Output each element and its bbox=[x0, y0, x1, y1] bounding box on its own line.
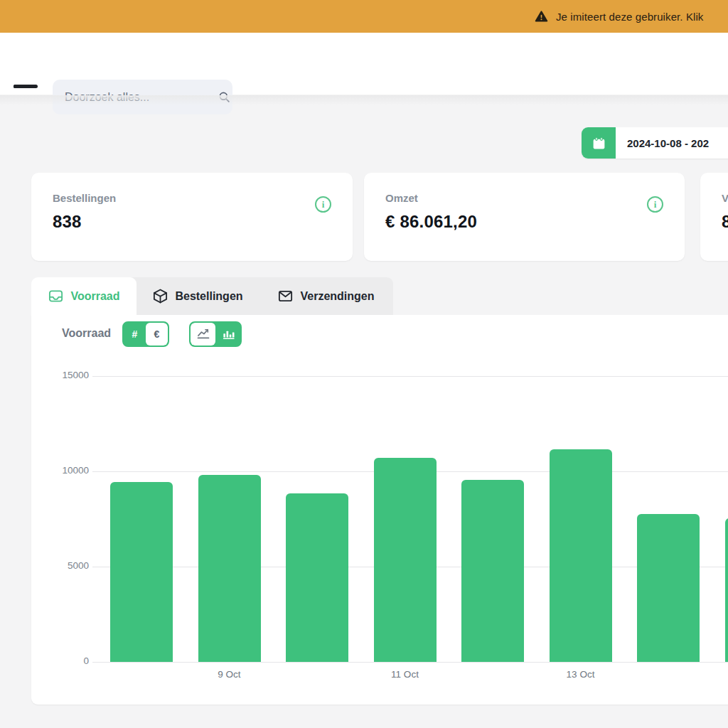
tab-bestellingen[interactable]: Bestellingen bbox=[136, 277, 259, 315]
stat-card-verzendingen: Ve 8 bbox=[700, 173, 728, 261]
chart-bar-12-oct[interactable] bbox=[461, 480, 524, 662]
voorraad-chart-card: Voorraad # € 0500010000150009 O bbox=[31, 315, 728, 705]
stat-card-omzet: Omzet € 86.061,20 i bbox=[364, 173, 685, 261]
x-axis-tick-label: 13 Oct bbox=[549, 669, 613, 680]
banner-text: Je imiteert deze gebruiker. Klik bbox=[556, 11, 703, 23]
banner-content: Je imiteert deze gebruiker. Klik bbox=[535, 0, 703, 33]
impersonation-banner[interactable]: Je imiteert deze gebruiker. Klik bbox=[0, 0, 728, 33]
chart-tabs: Voorraad Bestellingen Verzendingen bbox=[31, 277, 393, 315]
y-axis-tick-label: 10000 bbox=[31, 465, 89, 476]
y-axis-tick-label: 5000 bbox=[31, 560, 89, 571]
tab-label: Voorraad bbox=[70, 290, 119, 303]
tab-label: Verzendingen bbox=[300, 290, 374, 303]
chart-bar-10-oct[interactable] bbox=[286, 493, 348, 662]
envelope-icon bbox=[277, 288, 294, 304]
bar-chart-plot[interactable]: 0500010000150009 Oct11 Oct13 Oct bbox=[31, 315, 728, 705]
inbox-icon bbox=[48, 288, 64, 304]
warning-triangle-icon bbox=[535, 10, 548, 23]
stat-label: Ve bbox=[722, 192, 728, 204]
info-icon[interactable]: i bbox=[315, 196, 331, 213]
tab-label: Bestellingen bbox=[175, 290, 242, 303]
stat-value: 838 bbox=[53, 212, 82, 232]
y-axis-tick-label: 0 bbox=[31, 655, 89, 666]
calendar-icon bbox=[582, 127, 616, 159]
info-icon[interactable]: i bbox=[647, 196, 663, 213]
x-axis-tick-label: 9 Oct bbox=[198, 669, 262, 680]
stat-value: € 86.061,20 bbox=[385, 212, 477, 232]
chart-gridline bbox=[92, 376, 728, 377]
chart-bar-8-oct[interactable] bbox=[110, 482, 173, 662]
stat-value: 8 bbox=[722, 212, 728, 232]
package-icon bbox=[152, 288, 168, 304]
tab-voorraad[interactable]: Voorraad bbox=[31, 277, 136, 315]
date-range-value: 2024-10-08 - 202 bbox=[616, 137, 709, 149]
top-header bbox=[0, 33, 728, 95]
chart-bar-13-oct[interactable] bbox=[550, 449, 612, 662]
date-range-picker[interactable]: 2024-10-08 - 202 bbox=[582, 127, 728, 159]
chart-bar-9-oct[interactable] bbox=[198, 475, 261, 662]
chart-bar-14-oct[interactable] bbox=[637, 514, 700, 662]
chart-bar-15-oct[interactable] bbox=[725, 518, 728, 662]
y-axis-tick-label: 15000 bbox=[31, 370, 89, 380]
stat-card-bestellingen: Bestellingen 838 i bbox=[31, 173, 353, 261]
chart-bar-11-oct[interactable] bbox=[374, 458, 437, 662]
stat-label: Omzet bbox=[385, 192, 418, 204]
x-axis-tick-label: 11 Oct bbox=[373, 669, 437, 680]
tab-verzendingen[interactable]: Verzendingen bbox=[259, 277, 393, 315]
stat-label: Bestellingen bbox=[53, 192, 116, 204]
header-shadow bbox=[0, 95, 728, 105]
